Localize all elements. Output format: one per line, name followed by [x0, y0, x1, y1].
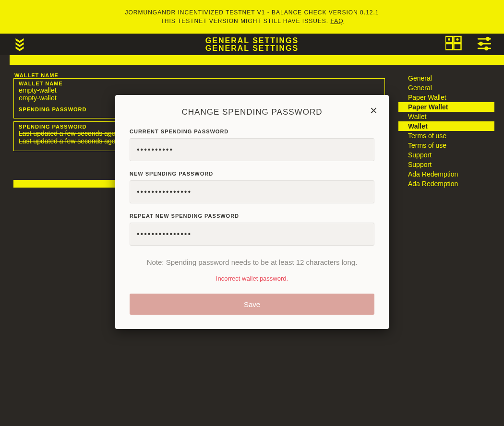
new-password-input[interactable]	[130, 180, 374, 203]
change-password-modal: CHANGE SPENDING PASSWORD × CURRENT SPEND…	[115, 95, 389, 329]
repeat-password-input[interactable]	[130, 223, 374, 246]
new-password-label: NEW SPENDING PASSWORD	[130, 171, 374, 177]
save-button[interactable]: Save	[130, 294, 374, 315]
modal-title: CHANGE SPENDING PASSWORD	[130, 107, 374, 117]
current-password-label: CURRENT SPENDING PASSWORD	[130, 129, 374, 134]
password-note: Note: Spending password needs to be at l…	[130, 258, 374, 266]
close-icon[interactable]: ×	[370, 106, 377, 115]
error-message: Incorrect wallet password.	[130, 275, 374, 282]
modal-overlay: CHANGE SPENDING PASSWORD × CURRENT SPEND…	[0, 0, 504, 426]
repeat-password-label: REPEAT NEW SPENDING PASSWORD	[130, 213, 374, 219]
current-password-input[interactable]	[130, 138, 374, 161]
